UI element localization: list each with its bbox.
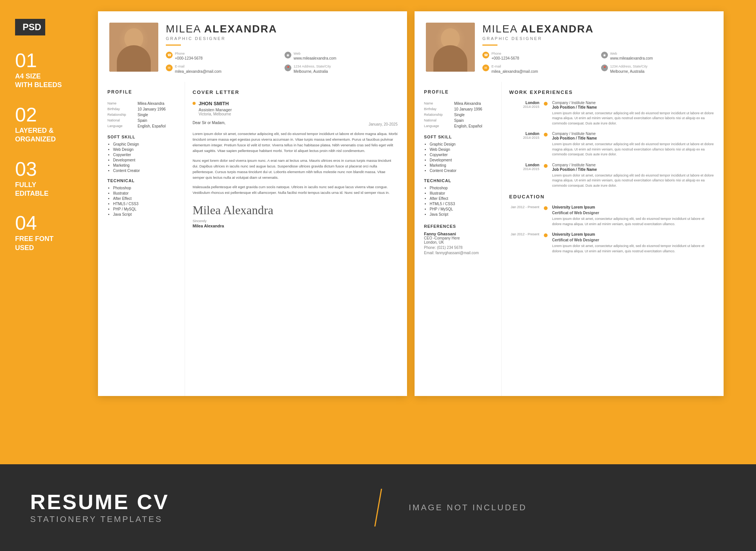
skill-graphic-design: Graphic Design [113, 142, 177, 146]
edu-item-1: Jan 2012 - Present University Lorem Ipsu… [509, 205, 714, 227]
profile-national-2: Spain [454, 118, 494, 123]
email-contact-2: ✉ E-mail milea_alexandra@mail.com [482, 64, 594, 74]
work-location-3: London [509, 163, 539, 167]
recipient-title: Assisten Manager [199, 107, 398, 112]
skill-web-design-2: Web Design [430, 147, 494, 152]
psd-badge: PSD [15, 19, 45, 35]
soft-skill-list-1: Graphic Design Web Design Copywriter Dev… [107, 142, 177, 173]
skill-development: Development [113, 158, 177, 162]
recipient-dot [193, 102, 196, 105]
skill-marketing-2: Marketing [430, 163, 494, 167]
feature-2: 02 LAYERED &ORGANIZED [15, 105, 90, 144]
work-job-3: Job Position / Title Name [552, 167, 714, 172]
work-content-2: Company / Institute Name Job Position / … [552, 132, 714, 157]
feature-text-4: FREE FONTUSED [15, 235, 90, 252]
work-location-2: London [509, 132, 539, 136]
education-section: EDUCATION Jan 2012 - Present University … [509, 194, 714, 254]
person-photo-1 [109, 23, 158, 72]
skill-content-creator-2: Content Creator [430, 169, 494, 173]
tech-illustrator-2: Illustrator [430, 191, 494, 195]
edu-period-1: Jan 2012 - Present [509, 205, 539, 209]
skill-content-creator: Content Creator [113, 169, 177, 173]
edu-university-1: University Lorem Ipsum [552, 205, 714, 209]
web-text-2: Web www.mileaalexandra.com [610, 51, 653, 61]
work-job-2: Job Position / Title Name [552, 136, 714, 140]
references-title: REFERENCES [424, 224, 494, 229]
profile-name-2: Milea Alexandra [454, 101, 494, 106]
address-text-2: 1234 Address, State/City Melbourne, Aust… [610, 64, 647, 74]
edu-item-2: Jan 2012 - Present University Lorem Ipsu… [509, 232, 714, 254]
feature-4: 04 FREE FONTUSED [15, 213, 90, 252]
edu-period-2: Jan 2012 - Present [509, 232, 539, 236]
pages-container: MILEA ALEXANDRA GRAPHIC DESIGNER ☎ Phone… [98, 11, 741, 453]
profile-birthday-2: 10 January 1996 [454, 106, 494, 112]
profile-title-2: PROFILE [424, 89, 494, 96]
timeline-dot-1 [544, 102, 548, 106]
address-icon-2: 📍 [601, 64, 608, 71]
tech-php-mysql: PHP / MySQL [113, 207, 177, 211]
skill-development-2: Development [430, 158, 494, 162]
profile-language: English, Español [138, 123, 177, 129]
education-title: EDUCATION [509, 194, 714, 200]
email-text: E-mail milea_alexandra@mail.com [175, 64, 222, 74]
feature-3: 03 FULLYEDITABLE [15, 159, 90, 198]
contact-grid-2: ☎ Phone +000-1234-5678 ◉ Web ww [482, 51, 712, 74]
salutation: Dear Sir or Madam, [193, 121, 225, 125]
phone-icon: ☎ [166, 52, 173, 58]
sender-name: Milea Alexandra [193, 224, 398, 228]
bottom-left: RESUME CV STATIONERY TEMPLATES [30, 491, 347, 524]
skill-copywriter: Copywriter [113, 153, 177, 157]
bottom-title: RESUME CV [30, 491, 347, 513]
bottom-section: RESUME CV STATIONERY TEMPLATES IMAGE NOT… [0, 464, 756, 551]
work-job-1: Job Position / Title Name [552, 105, 714, 109]
edu-desc-1: Lorem ipsum dolor sit amet, consectetur … [552, 216, 714, 227]
page-2-body: PROFILE Name Milea Alexandra Birthday 10… [415, 82, 724, 396]
page-1-body: PROFILE Name Milea Alexandra Birthday 10… [98, 82, 407, 396]
work-company-2: Company / Institute Name [552, 132, 714, 136]
work-desc-1: Lorem ipsum dolor sit amet, consectetur … [552, 111, 714, 126]
work-item-2: London 2014-2015 Company / Institute Nam… [509, 132, 714, 157]
timeline-dot-3 [544, 164, 548, 168]
top-section: PSD 01 A4 SIZEWITH BLEEDS 02 LAYERED &OR… [0, 0, 756, 464]
contact-grid-1: ☎ Phone +000-1234-5678 ◉ Web ww [166, 51, 396, 74]
feature-number-1: 01 [15, 51, 90, 70]
technical-title-2: TECHNICAL [424, 178, 494, 183]
email-text-2: E-mail milea_alexandra@mail.com [491, 64, 538, 74]
work-desc-2: Lorem ipsum dolor sit amet, consectetur … [552, 142, 714, 157]
bottom-divider [374, 489, 382, 526]
edu-cert-2: Certificat of Web Designer [552, 238, 714, 242]
tech-php-mysql-2: PHP / MySQL [430, 207, 494, 211]
profile-language-2: English, Español [454, 123, 494, 129]
feature-1: 01 A4 SIZEWITH BLEEDS [15, 51, 90, 90]
right-col-2: WORK EXPERIENCES London 2014-2015 [501, 82, 724, 396]
edu-university-2: University Lorem Ipsum [552, 232, 714, 236]
tech-html-css: HTML5 / CSS3 [113, 202, 177, 206]
cover-date: January, 20-2025 [369, 122, 398, 126]
address-icon: 📍 [285, 64, 291, 71]
main-container: PSD 01 A4 SIZEWITH BLEEDS 02 LAYERED &OR… [0, 0, 756, 551]
signature-area: Milea Alexandra Sincerely Milea Alexandr… [193, 203, 398, 228]
bottom-subtitle: STATIONERY TEMPLATES [30, 514, 347, 524]
left-col-2: PROFILE Name Milea Alexandra Birthday 10… [415, 82, 501, 396]
work-content-3: Company / Institute Name Job Position / … [552, 163, 714, 189]
profile-name: Milea Alexandra [138, 101, 177, 106]
email-icon: ✉ [166, 64, 173, 71]
web-icon: ◉ [285, 52, 291, 58]
feature-number-3: 03 [15, 159, 90, 179]
skill-copywriter-2: Copywriter [430, 153, 494, 157]
title-underline-1 [166, 45, 181, 46]
tech-javascript: Java Script [113, 212, 177, 216]
profile-table-2: Name Milea Alexandra Birthday 10 January… [424, 101, 494, 129]
left-col-1: PROFILE Name Milea Alexandra Birthday 10… [98, 82, 185, 396]
soft-skill-title-1: SOFT SKILL [107, 135, 177, 139]
work-years-1: 2014-2015 [509, 105, 539, 109]
skill-marketing: Marketing [113, 163, 177, 167]
right-col-1: COVER LETTER JHON SMITH Assisten Manager… [185, 82, 407, 396]
edu-content-1: University Lorem Ipsum Certificat of Web… [552, 205, 714, 227]
timeline-left-3: London 2014-2015 [509, 163, 539, 189]
edu-left-2: Jan 2012 - Present [509, 232, 539, 254]
timeline-left-1: London 2014-2015 [509, 101, 539, 126]
edu-left-1: Jan 2012 - Present [509, 205, 539, 227]
recipient-location: Victoria, Melbourne [199, 112, 398, 116]
resume-page-1: MILEA ALEXANDRA GRAPHIC DESIGNER ☎ Phone… [98, 11, 407, 396]
